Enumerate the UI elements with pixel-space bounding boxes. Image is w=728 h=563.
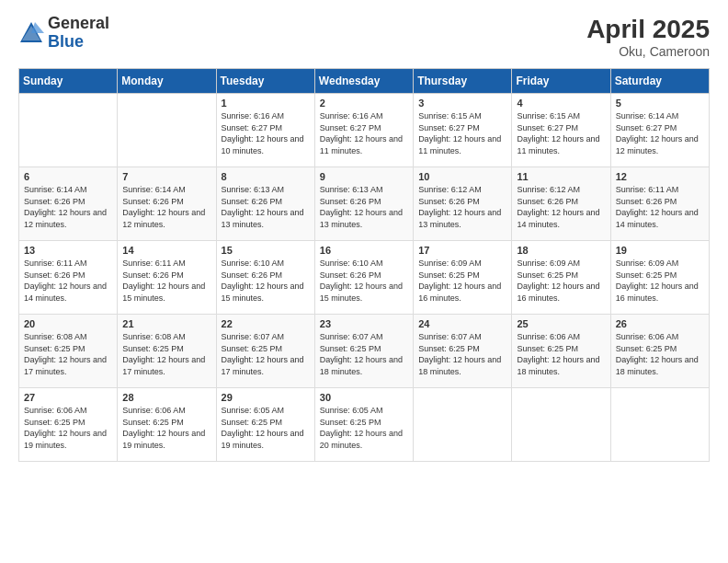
day-number: 7 <box>122 171 210 182</box>
day-number: 22 <box>222 318 310 329</box>
title-block: April 2025 Oku, Cameroon <box>586 15 710 59</box>
logo-icon <box>18 20 44 46</box>
day-info: Sunrise: 6:14 AM Sunset: 6:26 PM Dayligh… <box>122 184 210 230</box>
day-info: Sunrise: 6:15 AM Sunset: 6:27 PM Dayligh… <box>418 110 506 156</box>
calendar-table: SundayMondayTuesdayWednesdayThursdayFrid… <box>18 68 710 462</box>
calendar-cell: 21Sunrise: 6:08 AM Sunset: 6:25 PM Dayli… <box>118 315 216 388</box>
logo-general: General <box>48 15 109 33</box>
calendar-header-row: SundayMondayTuesdayWednesdayThursdayFrid… <box>19 69 710 94</box>
day-info: Sunrise: 6:07 AM Sunset: 6:25 PM Dayligh… <box>320 331 408 377</box>
calendar-cell <box>19 94 118 167</box>
day-number: 8 <box>222 171 310 182</box>
day-header-saturday: Saturday <box>610 69 709 94</box>
day-number: 11 <box>517 171 605 182</box>
day-number: 13 <box>24 245 112 256</box>
calendar-cell: 3Sunrise: 6:15 AM Sunset: 6:27 PM Daylig… <box>414 94 512 167</box>
week-row-3: 13Sunrise: 6:11 AM Sunset: 6:26 PM Dayli… <box>19 241 710 315</box>
logo: General Blue <box>18 15 109 52</box>
week-row-2: 6Sunrise: 6:14 AM Sunset: 6:26 PM Daylig… <box>19 167 710 241</box>
week-row-5: 27Sunrise: 6:06 AM Sunset: 6:25 PM Dayli… <box>19 388 710 462</box>
day-number: 28 <box>122 392 210 403</box>
day-info: Sunrise: 6:14 AM Sunset: 6:26 PM Dayligh… <box>24 184 112 230</box>
day-info: Sunrise: 6:06 AM Sunset: 6:25 PM Dayligh… <box>616 331 704 377</box>
calendar-cell: 10Sunrise: 6:12 AM Sunset: 6:26 PM Dayli… <box>414 167 512 241</box>
day-info: Sunrise: 6:08 AM Sunset: 6:25 PM Dayligh… <box>24 331 112 377</box>
calendar-cell: 30Sunrise: 6:05 AM Sunset: 6:25 PM Dayli… <box>314 388 413 462</box>
calendar-cell <box>414 388 512 462</box>
calendar-cell: 4Sunrise: 6:15 AM Sunset: 6:27 PM Daylig… <box>512 94 610 167</box>
calendar-cell: 11Sunrise: 6:12 AM Sunset: 6:26 PM Dayli… <box>512 167 610 241</box>
day-info: Sunrise: 6:15 AM Sunset: 6:27 PM Dayligh… <box>517 110 605 156</box>
calendar-cell: 27Sunrise: 6:06 AM Sunset: 6:25 PM Dayli… <box>19 388 118 462</box>
calendar-cell: 14Sunrise: 6:11 AM Sunset: 6:26 PM Dayli… <box>118 241 216 315</box>
day-info: Sunrise: 6:16 AM Sunset: 6:27 PM Dayligh… <box>222 110 310 156</box>
day-info: Sunrise: 6:11 AM Sunset: 6:26 PM Dayligh… <box>24 258 112 304</box>
day-number: 26 <box>616 318 704 329</box>
day-number: 24 <box>418 318 506 329</box>
day-info: Sunrise: 6:12 AM Sunset: 6:26 PM Dayligh… <box>418 184 506 230</box>
day-info: Sunrise: 6:05 AM Sunset: 6:25 PM Dayligh… <box>222 405 310 451</box>
day-info: Sunrise: 6:08 AM Sunset: 6:25 PM Dayligh… <box>122 331 210 377</box>
day-number: 9 <box>320 171 408 182</box>
calendar-cell: 22Sunrise: 6:07 AM Sunset: 6:25 PM Dayli… <box>216 315 314 388</box>
day-number: 19 <box>616 245 704 256</box>
day-number: 27 <box>24 392 112 403</box>
day-number: 20 <box>24 318 112 329</box>
calendar-cell: 25Sunrise: 6:06 AM Sunset: 6:25 PM Dayli… <box>512 315 610 388</box>
svg-marker-2 <box>31 22 44 33</box>
day-number: 23 <box>320 318 408 329</box>
location-title: Oku, Cameroon <box>586 44 710 59</box>
day-info: Sunrise: 6:09 AM Sunset: 6:25 PM Dayligh… <box>517 258 605 304</box>
day-number: 5 <box>616 98 704 109</box>
day-info: Sunrise: 6:16 AM Sunset: 6:27 PM Dayligh… <box>320 110 408 156</box>
day-number: 3 <box>418 98 506 109</box>
day-info: Sunrise: 6:06 AM Sunset: 6:25 PM Dayligh… <box>24 405 112 451</box>
day-info: Sunrise: 6:07 AM Sunset: 6:25 PM Dayligh… <box>222 331 310 377</box>
day-number: 25 <box>517 318 605 329</box>
calendar-page: General Blue April 2025 Oku, Cameroon Su… <box>0 0 728 563</box>
calendar-cell: 13Sunrise: 6:11 AM Sunset: 6:26 PM Dayli… <box>19 241 118 315</box>
calendar-cell <box>512 388 610 462</box>
calendar-cell: 12Sunrise: 6:11 AM Sunset: 6:26 PM Dayli… <box>610 167 709 241</box>
day-header-friday: Friday <box>512 69 610 94</box>
calendar-cell: 16Sunrise: 6:10 AM Sunset: 6:26 PM Dayli… <box>314 241 413 315</box>
day-number: 1 <box>222 98 310 109</box>
calendar-cell: 24Sunrise: 6:07 AM Sunset: 6:25 PM Dayli… <box>414 315 512 388</box>
calendar-cell <box>610 388 709 462</box>
day-header-sunday: Sunday <box>19 69 118 94</box>
day-info: Sunrise: 6:10 AM Sunset: 6:26 PM Dayligh… <box>222 258 310 304</box>
day-info: Sunrise: 6:13 AM Sunset: 6:26 PM Dayligh… <box>222 184 310 230</box>
logo-text: General Blue <box>48 15 109 52</box>
logo-blue-text: Blue <box>48 33 109 52</box>
day-number: 12 <box>616 171 704 182</box>
day-number: 2 <box>320 98 408 109</box>
day-number: 21 <box>122 318 210 329</box>
calendar-cell: 2Sunrise: 6:16 AM Sunset: 6:27 PM Daylig… <box>314 94 413 167</box>
week-row-1: 1Sunrise: 6:16 AM Sunset: 6:27 PM Daylig… <box>19 94 710 167</box>
day-number: 15 <box>222 245 310 256</box>
day-number: 10 <box>418 171 506 182</box>
day-header-thursday: Thursday <box>414 69 512 94</box>
day-info: Sunrise: 6:14 AM Sunset: 6:27 PM Dayligh… <box>616 110 704 156</box>
day-header-monday: Monday <box>118 69 216 94</box>
calendar-cell: 9Sunrise: 6:13 AM Sunset: 6:26 PM Daylig… <box>314 167 413 241</box>
day-info: Sunrise: 6:09 AM Sunset: 6:25 PM Dayligh… <box>418 258 506 304</box>
calendar-cell <box>118 94 216 167</box>
day-info: Sunrise: 6:11 AM Sunset: 6:26 PM Dayligh… <box>616 184 704 230</box>
calendar-cell: 6Sunrise: 6:14 AM Sunset: 6:26 PM Daylig… <box>19 167 118 241</box>
day-info: Sunrise: 6:06 AM Sunset: 6:25 PM Dayligh… <box>122 405 210 451</box>
day-number: 29 <box>222 392 310 403</box>
day-info: Sunrise: 6:10 AM Sunset: 6:26 PM Dayligh… <box>320 258 408 304</box>
day-info: Sunrise: 6:07 AM Sunset: 6:25 PM Dayligh… <box>418 331 506 377</box>
day-number: 17 <box>418 245 506 256</box>
calendar-cell: 26Sunrise: 6:06 AM Sunset: 6:25 PM Dayli… <box>610 315 709 388</box>
calendar-cell: 17Sunrise: 6:09 AM Sunset: 6:25 PM Dayli… <box>414 241 512 315</box>
calendar-cell: 5Sunrise: 6:14 AM Sunset: 6:27 PM Daylig… <box>610 94 709 167</box>
calendar-cell: 28Sunrise: 6:06 AM Sunset: 6:25 PM Dayli… <box>118 388 216 462</box>
month-title: April 2025 <box>586 15 710 44</box>
day-number: 16 <box>320 245 408 256</box>
day-number: 18 <box>517 245 605 256</box>
calendar-cell: 8Sunrise: 6:13 AM Sunset: 6:26 PM Daylig… <box>216 167 314 241</box>
day-number: 30 <box>320 392 408 403</box>
calendar-cell: 19Sunrise: 6:09 AM Sunset: 6:25 PM Dayli… <box>610 241 709 315</box>
